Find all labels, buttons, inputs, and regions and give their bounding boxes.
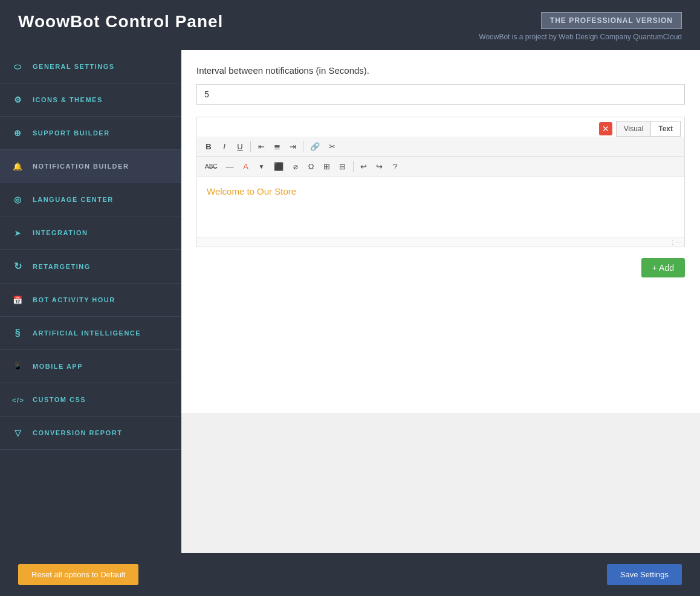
sidebar-item-mobile-app[interactable]: MOBILE APP: [0, 350, 181, 383]
main-layout: GENERAL SETTINGS ICONS & THEMES SUPPORT …: [0, 50, 700, 580]
italic-button[interactable]: I: [218, 140, 231, 153]
paste-button[interactable]: ⬛: [271, 160, 287, 173]
mobile-icon: [12, 361, 24, 372]
sidebar-label-mobile-app: MOBILE APP: [33, 363, 83, 370]
undo-button[interactable]: ↩: [357, 160, 371, 173]
content-panel: Interval between notifications (in Secon…: [181, 50, 700, 413]
sidebar-item-general-settings[interactable]: GENERAL SETTINGS: [0, 50, 181, 83]
separator-3: [353, 161, 354, 172]
add-button[interactable]: + Add: [641, 258, 685, 277]
save-button[interactable]: Save Settings: [607, 564, 682, 585]
sidebar-item-custom-css[interactable]: CUSTOM CSS: [0, 383, 181, 416]
interval-label: Interval between notifications (in Secon…: [196, 65, 685, 76]
strikethrough-button[interactable]: ABC: [202, 160, 221, 173]
sidebar-label-notification-builder: NOTIFICATION BUILDER: [33, 163, 129, 170]
sidebar-item-conversion-report[interactable]: CONVERSION REPORT: [0, 416, 181, 450]
unlink-button[interactable]: ✂: [325, 140, 339, 153]
sidebar-label-artificial-intelligence: ARTIFICIAL INTELLIGENCE: [33, 329, 141, 337]
font-color-button[interactable]: A: [239, 160, 253, 173]
ai-icon: [12, 328, 24, 338]
pro-badge: THE PROFESSIONAL VERSION: [541, 12, 682, 29]
toolbar-row-2: ABC — A ▼ ⬛ ⌀ Ω ⊞ ⊟ ↩ ↪ ?: [197, 157, 684, 177]
header: WoowBot Control Panel THE PROFESSIONAL V…: [0, 0, 700, 50]
footer: Reset all options to Default Save Settin…: [0, 553, 700, 596]
sidebar: GENERAL SETTINGS ICONS & THEMES SUPPORT …: [0, 50, 181, 580]
align-center-button[interactable]: ≣: [270, 140, 284, 153]
header-right: THE PROFESSIONAL VERSION WoowBot is a pr…: [479, 12, 682, 41]
sidebar-item-artificial-intelligence[interactable]: ARTIFICIAL INTELLIGENCE: [0, 317, 181, 350]
code-icon: [12, 394, 24, 405]
sidebar-label-conversion-report: CONVERSION REPORT: [33, 429, 122, 436]
gear-icon: [12, 94, 24, 105]
filter-icon: [12, 427, 24, 438]
editor-welcome-text: Welcome to Our Store: [207, 186, 296, 196]
tab-text-button[interactable]: Text: [650, 121, 681, 137]
sidebar-label-bot-activity-hour: BOT ACTIVITY HOUR: [33, 296, 115, 303]
sidebar-item-language-center[interactable]: LANGUAGE CENTER: [0, 183, 181, 216]
arrow-icon: [12, 227, 24, 238]
bold-button[interactable]: B: [202, 140, 215, 153]
bell-icon: [12, 161, 24, 172]
close-button[interactable]: ✕: [599, 122, 612, 135]
header-subtitle: WoowBot is a project by Web Design Compa…: [479, 33, 682, 41]
link-button[interactable]: 🔗: [307, 140, 323, 153]
editor-wrapper: ✕ Visual Text B I U ⇤ ≣ ⇥ 🔗 ✂: [196, 117, 685, 247]
font-color-dropdown[interactable]: ▼: [255, 160, 268, 173]
sidebar-item-bot-activity-hour[interactable]: BOT ACTIVITY HOUR: [0, 283, 181, 317]
underline-button[interactable]: U: [233, 140, 247, 153]
sidebar-item-notification-builder[interactable]: NOTIFICATION BUILDER: [0, 150, 181, 183]
editor-header-row: ✕ Visual Text: [197, 117, 684, 137]
sidebar-item-retargeting[interactable]: RETARGETING: [0, 250, 181, 283]
main-content: Interval between notifications (in Secon…: [181, 50, 700, 580]
sidebar-label-custom-css: CUSTOM CSS: [33, 396, 86, 403]
sidebar-item-icons-themes[interactable]: ICONS & THEMES: [0, 83, 181, 117]
editor-body[interactable]: Welcome to Our Store: [197, 177, 684, 237]
hr-button[interactable]: —: [223, 160, 237, 173]
clear-format-button[interactable]: ⌀: [289, 160, 302, 173]
editor-resize-handle[interactable]: ⋮⋯: [197, 237, 684, 247]
calendar-icon: [12, 294, 24, 305]
sidebar-item-support-builder[interactable]: SUPPORT BUILDER: [0, 117, 181, 150]
interval-input[interactable]: [196, 84, 685, 105]
outdent-button[interactable]: ⊟: [336, 160, 349, 173]
sidebar-label-support-builder: SUPPORT BUILDER: [33, 129, 110, 137]
sidebar-item-integration[interactable]: INTEGRATION: [0, 216, 181, 250]
toolbar-row-1: B I U ⇤ ≣ ⇥ 🔗 ✂: [197, 137, 684, 157]
lang-icon: [12, 194, 24, 205]
reset-button[interactable]: Reset all options to Default: [18, 564, 138, 585]
special-chars-button[interactable]: Ω: [305, 160, 318, 173]
add-button-row: + Add: [196, 258, 685, 277]
retarget-icon: [12, 261, 24, 272]
app-title: WoowBot Control Panel: [18, 12, 223, 31]
separator-1: [250, 141, 251, 152]
separator-2: [303, 141, 303, 152]
sidebar-label-integration: INTEGRATION: [33, 229, 88, 236]
sidebar-label-retargeting: RETARGETING: [33, 263, 91, 270]
redo-button[interactable]: ↪: [373, 160, 386, 173]
help-button[interactable]: ?: [389, 160, 402, 173]
support-icon: [12, 128, 24, 138]
align-right-button[interactable]: ⇥: [286, 140, 299, 153]
indent-button[interactable]: ⊞: [320, 160, 334, 173]
sidebar-label-general-settings: GENERAL SETTINGS: [33, 63, 115, 70]
tab-visual-button[interactable]: Visual: [616, 121, 650, 137]
align-left-button[interactable]: ⇤: [254, 140, 268, 153]
sidebar-label-icons-themes: ICONS & THEMES: [33, 96, 103, 103]
sidebar-label-language-center: LANGUAGE CENTER: [33, 196, 114, 203]
toggle-icon: [12, 61, 24, 72]
